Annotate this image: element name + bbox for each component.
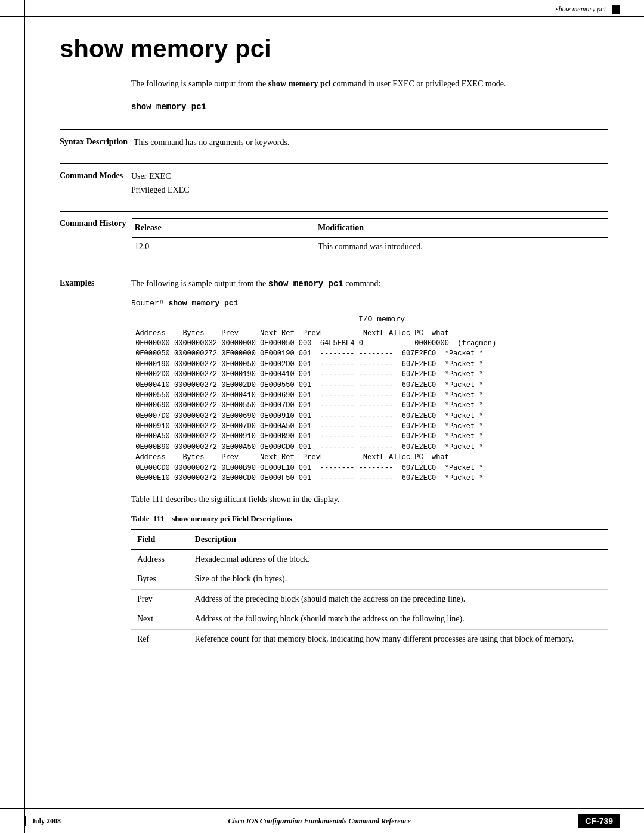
table-caption: Table 111 show memory pci Field Descript…: [131, 513, 608, 525]
footer-page-code: CF-739: [578, 814, 620, 828]
field-table-row: RefReference count for that memory block…: [131, 629, 608, 649]
examples-content: The following is sample output from the …: [131, 277, 608, 649]
examples-intro-text1: The following is sample output from the: [131, 279, 268, 288]
table-ref-text: describes the significant fields shown i…: [166, 495, 339, 504]
field-cell-field: Next: [131, 609, 189, 629]
field-cell-field: Bytes: [131, 569, 189, 589]
router-cmd-bold: show memory pci: [168, 299, 238, 308]
left-border: [24, 0, 25, 833]
field-table: Field Description AddressHexadecimal add…: [131, 529, 608, 649]
table-111-link[interactable]: Table 111: [131, 495, 163, 504]
command-history-label: Command History: [60, 218, 132, 256]
field-cell-desc: Hexadecimal address of the block.: [189, 549, 608, 569]
field-table-row: NextAddress of the following block (shou…: [131, 609, 608, 629]
examples-intro-text2: command:: [343, 279, 381, 288]
intro-paragraph: The following is sample output from the …: [131, 78, 608, 90]
router-prefix: Router#: [131, 299, 168, 308]
syntax-description-content: This command has no arguments or keyword…: [134, 136, 608, 149]
page-title: show memory pci: [60, 35, 608, 63]
history-col-release: Release: [132, 218, 315, 237]
command-mode-privileged: Privileged EXEC: [131, 184, 608, 197]
table-caption-label: Table 111: [131, 514, 170, 523]
command-modes-content: User EXEC Privileged EXEC: [131, 170, 608, 197]
command-syntax-text: show memory pci: [131, 102, 206, 112]
command-mode-exec: User EXEC: [131, 170, 608, 183]
field-table-header-row: Field Description: [131, 529, 608, 550]
examples-label: Examples: [60, 277, 131, 649]
field-cell-field: Prev: [131, 589, 189, 609]
history-table-header-row: Release Modification: [132, 218, 608, 237]
history-table-row: 12.0This command was introduced.: [132, 237, 608, 256]
table-caption-desc: show memory pci Field Descriptions: [172, 514, 292, 523]
examples-intro: The following is sample output from the …: [131, 277, 608, 290]
syntax-description-label: Syntax Description: [60, 136, 134, 149]
history-col-modification: Modification: [315, 218, 608, 237]
main-content: show memory pci The following is sample …: [0, 17, 644, 711]
command-history-section: Command History Release Modification 12.…: [60, 211, 608, 256]
examples-section: Examples The following is sample output …: [60, 271, 608, 649]
intro-text1: The following is sample output from the: [131, 79, 268, 88]
footer-date: July 2008: [32, 817, 61, 826]
io-memory-label: I/O memory: [155, 314, 608, 326]
field-cell-desc: Reference count for that memory block, i…: [189, 629, 608, 649]
field-cell-field: Address: [131, 549, 189, 569]
history-table: Release Modification 12.0This command wa…: [132, 218, 608, 256]
table-ref-paragraph: Table 111 describes the significant fiel…: [131, 493, 608, 506]
field-table-row: BytesSize of the block (in bytes).: [131, 569, 608, 589]
bottom-left: July 2008: [24, 816, 61, 826]
top-bar-text: show memory pci: [556, 5, 606, 14]
top-bar: show memory pci: [0, 0, 644, 17]
examples-intro-bold: show memory pci: [268, 279, 343, 289]
field-cell-field: Ref: [131, 629, 189, 649]
router-command-line: Router# show memory pci: [131, 298, 608, 310]
command-modes-label: Command Modes: [60, 170, 131, 197]
intro-bold: show memory pci: [268, 79, 331, 88]
command-history-content: Release Modification 12.0This command wa…: [132, 218, 608, 256]
footer-center-text: Cisco IOS Configuration Fundamentals Com…: [228, 817, 410, 826]
code-block: Address Bytes Prev Next Ref PrevF NextF …: [131, 329, 608, 484]
bottom-left-bar: [24, 816, 26, 826]
field-cell-desc: Address of the preceding block (should m…: [189, 589, 608, 609]
history-cell-modification: This command was introduced.: [315, 237, 608, 256]
field-cell-desc: Size of the block (in bytes).: [189, 569, 608, 589]
history-cell-release: 12.0: [132, 237, 315, 256]
bottom-bar: July 2008 Cisco IOS Configuration Fundam…: [0, 808, 644, 833]
intro-text2: command in user EXEC or privileged EXEC …: [331, 79, 506, 88]
top-bar-square: [612, 5, 620, 14]
field-table-row: PrevAddress of the preceding block (shou…: [131, 589, 608, 609]
command-modes-section: Command Modes User EXEC Privileged EXEC: [60, 163, 608, 197]
field-table-row: AddressHexadecimal address of the block.: [131, 549, 608, 569]
field-cell-desc: Address of the following block (should m…: [189, 609, 608, 629]
command-syntax-block: show memory pci: [131, 102, 608, 112]
field-col-field: Field: [131, 529, 189, 550]
field-col-description: Description: [189, 529, 608, 550]
syntax-description-section: Syntax Description This command has no a…: [60, 129, 608, 149]
